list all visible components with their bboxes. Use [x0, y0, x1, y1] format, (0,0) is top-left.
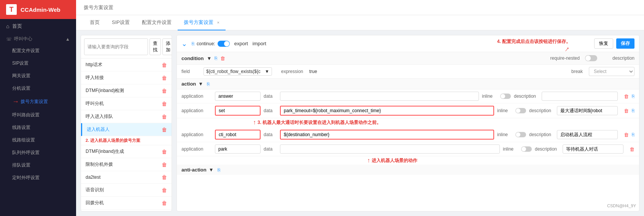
continue-toggle: ⎘ continue: [192, 41, 230, 47]
home-icon: ⌂ [6, 23, 9, 29]
left-panel: 查找 添加 http话术 🗑 呼入转接 🗑 DTMF(inband)检测 🗑 [81, 35, 172, 211]
sidebar-item-timer[interactable]: 定时外呼设置 [0, 172, 76, 184]
search-input[interactable] [84, 38, 148, 55]
sidebar-item-home[interactable]: ⌂ 首页 [0, 19, 76, 33]
delete-icon[interactable]: 🗑 [162, 149, 167, 155]
tab-label: 首页 [90, 19, 100, 25]
delete-icon[interactable]: 🗑 [162, 62, 167, 68]
list-item[interactable]: http话术 🗑 [81, 59, 172, 71]
delete-condition-icon[interactable]: 🗑 [220, 56, 225, 61]
sidebar-item-line[interactable]: 线路设置 [0, 121, 76, 134]
inline-switch[interactable] [500, 94, 511, 99]
delete-icon[interactable]: 🗑 [624, 132, 629, 138]
sidebar-section-callcenter[interactable]: ☏ 呼叫中心 ▲ [0, 33, 76, 44]
delete-icon[interactable]: 🗑 [162, 75, 167, 81]
tab-close-icon[interactable]: × [217, 20, 219, 25]
desc-input-set[interactable] [557, 106, 618, 115]
sidebar-item-outbound[interactable]: 队列外呼设置 [0, 146, 76, 159]
restore-button[interactable]: 恢复 [594, 38, 613, 49]
inline-label: inline [503, 146, 518, 152]
copy-icon-row[interactable]: ⎘ [632, 94, 634, 99]
add-button[interactable]: 添加 [162, 38, 172, 55]
data-input-park[interactable] [280, 145, 500, 154]
anti-action-label: anti-action [181, 167, 207, 173]
delete-icon[interactable]: 🗑 [630, 146, 634, 152]
anti-action-header: anti-action ▼ ⎘ [177, 165, 639, 175]
chevron-down-icon: ▼ [209, 167, 214, 173]
sidebar-item-sip[interactable]: SIP设置 [0, 57, 76, 70]
list-item[interactable]: 回拨分机 🗑 [81, 197, 172, 210]
right-panel: ⌄ ⎘ continue: export import 恢复 [177, 35, 639, 211]
sidebar-item-config[interactable]: 配置文件设置 [0, 44, 76, 57]
export-label[interactable]: export [234, 41, 248, 46]
sidebar-item-callroute[interactable]: 呼叫路由设置 [0, 109, 76, 121]
require-nested-switch[interactable] [585, 55, 597, 61]
data-input-answer[interactable] [280, 92, 479, 101]
desc-input-cti-robot[interactable] [557, 130, 618, 139]
desc-input-park[interactable] [563, 145, 623, 154]
search-button[interactable]: 查找 [149, 38, 161, 55]
list-item[interactable]: 呼入进入排队 🗑 [81, 110, 172, 123]
inline-switch[interactable] [515, 132, 526, 137]
sidebar-item-linegroup[interactable]: 线路组设置 [0, 134, 76, 146]
sidebar-item-gateway[interactable]: 网关设置 [0, 70, 76, 82]
tab-dialplan[interactable]: 拨号方案设置 × [178, 15, 226, 30]
delete-icon[interactable]: 🗑 [162, 187, 167, 193]
annotation-note5-area: ↑ 进入机器人场景的动作 [177, 156, 639, 165]
app-input-cti-robot[interactable] [215, 130, 261, 140]
chevron-down-icon: ▼ [198, 81, 203, 87]
sidebar-logo: T CCAdmin-Web [0, 0, 76, 19]
delete-icon[interactable]: 🗑 [162, 101, 167, 107]
app-input-park[interactable] [215, 145, 261, 154]
delete-icon[interactable]: 🗑 [162, 88, 167, 94]
topbar: 拨号方案设置 [76, 0, 644, 15]
delete-icon[interactable]: 🗑 [162, 200, 167, 206]
delete-icon[interactable]: 🗑 [624, 108, 629, 114]
import-label[interactable]: import [253, 41, 266, 46]
delete-icon[interactable]: 🗑 [624, 94, 629, 99]
sidebar-item-queue[interactable]: 排队设置 [0, 159, 76, 172]
break-select[interactable]: Select [589, 67, 634, 76]
app-input-set[interactable] [215, 106, 261, 116]
tab-home[interactable]: 首页 [84, 15, 106, 30]
list-item[interactable]: DTMF(inband)检测 🗑 [81, 84, 172, 97]
list-item[interactable]: da2test 🗑 [81, 171, 172, 184]
tab-config[interactable]: 配置文件设置 [136, 15, 178, 30]
list-item[interactable]: 呼入转接 🗑 [81, 71, 172, 84]
list-item[interactable]: 语音识别 🗑 [81, 184, 172, 197]
list-item-robot[interactable]: 进入机器人 🗑 [81, 123, 172, 136]
delete-icon[interactable]: 🗑 [162, 174, 167, 180]
desc-label: description [529, 132, 554, 137]
search-bar: 查找 添加 [81, 35, 172, 59]
app-input-answer[interactable] [215, 92, 261, 101]
delete-icon[interactable]: 🗑 [162, 114, 167, 120]
inline-switch[interactable] [515, 108, 526, 113]
copy-icon[interactable]: ⎘ [215, 56, 217, 61]
logo-icon: T [6, 4, 17, 15]
continue-switch[interactable] [218, 41, 230, 47]
inline-switch[interactable] [521, 146, 532, 152]
data-input-set[interactable] [280, 106, 494, 116]
data-input-cti-robot[interactable] [280, 130, 494, 140]
delete-icon[interactable]: 🗑 [162, 127, 167, 133]
desc-input-answer[interactable] [542, 92, 618, 101]
list-item[interactable]: 音量设置 🗑 [81, 210, 172, 211]
list-item[interactable]: 呼叫分机 🗑 [81, 97, 172, 110]
save-button[interactable]: 保存 [616, 38, 634, 49]
sidebar-item-extension[interactable]: 分机设置 [0, 82, 76, 95]
condition-label: condition [181, 56, 204, 61]
data-label: data [264, 146, 277, 152]
sidebar-item-dialplan[interactable]: → 拨号方案设置 [0, 95, 76, 109]
copy-icon-anti[interactable]: ⎘ [218, 167, 220, 173]
list-item[interactable]: DTMF(inband)生成 🗑 [81, 145, 172, 158]
delete-icon[interactable]: 🗑 [162, 162, 167, 168]
copy-icon-row[interactable]: ⎘ [632, 132, 634, 137]
field-select[interactable]: ${cti_robot_flow_exists(${c ▼ [204, 67, 272, 76]
chevron-down-icon: ▼ [207, 56, 212, 61]
list-item[interactable]: 限制分机外拨 🗑 [81, 158, 172, 171]
copy-icon-action[interactable]: ⎘ [207, 81, 210, 87]
content-area: 查找 添加 http话术 🗑 呼入转接 🗑 DTMF(inband)检测 🗑 [76, 30, 644, 216]
copy-icon-row[interactable]: ⎘ [632, 108, 634, 113]
tab-sip[interactable]: SIP设置 [106, 15, 136, 30]
inline-label: inline [497, 108, 512, 113]
